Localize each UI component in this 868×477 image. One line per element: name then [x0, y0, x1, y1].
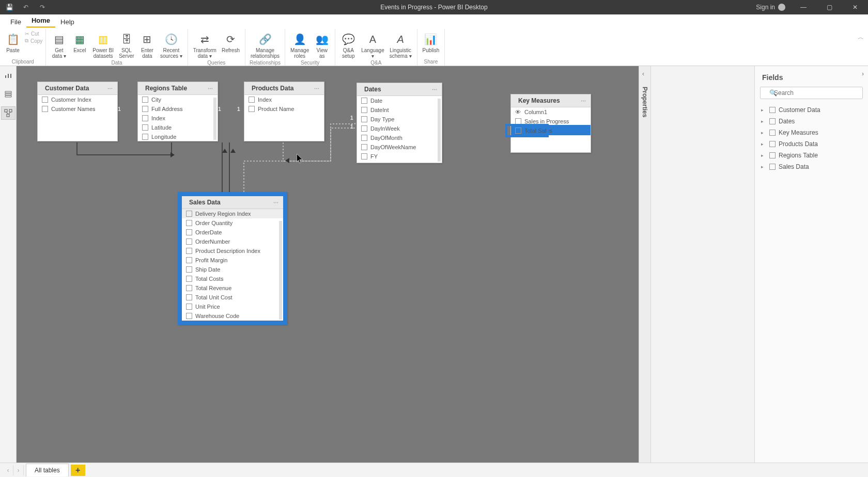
data-view-button[interactable] [1, 88, 16, 101]
field-row[interactable]: Longitude [138, 132, 218, 141]
field-row[interactable]: OrderDate [182, 228, 283, 237]
paste-button[interactable]: 📋 Paste [3, 31, 23, 54]
scrollbar[interactable] [279, 221, 282, 320]
field-row[interactable]: Day Type [357, 115, 442, 124]
tab-nav-prev[interactable]: ‹ [3, 465, 13, 475]
sqlserver-button[interactable]: 🗄SQL Server [117, 31, 136, 60]
field-row[interactable]: Total Revenue [182, 283, 283, 293]
refresh-button[interactable]: ⟳Refresh [220, 31, 242, 54]
save-icon[interactable]: 💾 [5, 3, 13, 11]
language-button[interactable]: ALanguage ▾ [359, 31, 386, 60]
field-row[interactable]: Unit Price [182, 302, 283, 311]
table-options-icon[interactable]: ⋯ [581, 98, 586, 104]
linguistic-button[interactable]: ALinguistic schema ▾ [388, 31, 414, 60]
table-options-icon[interactable]: ⋯ [273, 200, 279, 205]
fields-table-item[interactable]: ▸Products Data [759, 138, 864, 150]
report-view-button[interactable] [1, 69, 16, 83]
field-row[interactable]: Order Quantity [182, 218, 283, 228]
minimize-button[interactable]: — [796, 2, 811, 12]
table-options-icon[interactable]: ⋯ [208, 86, 213, 91]
field-row[interactable]: City [138, 95, 218, 104]
field-row-total-sales[interactable]: Total Sales [511, 126, 591, 135]
field-row[interactable]: Index [244, 95, 324, 104]
field-row[interactable]: Customer Names [38, 104, 117, 114]
table-customer-data[interactable]: Customer Data⋯ Customer Index Customer N… [37, 82, 118, 141]
field-row[interactable]: Warehouse Code [182, 311, 283, 321]
signin-button[interactable]: Sign in [756, 4, 785, 11]
group-label-qa: Q&A [370, 60, 381, 66]
getdata-button[interactable]: ▤Get data ▾ [49, 31, 69, 60]
field-row[interactable]: FY [357, 152, 442, 161]
recentsources-button[interactable]: 🕓Recent sources ▾ [158, 31, 184, 60]
scrollbar[interactable] [213, 98, 216, 140]
manage-relationships-button[interactable]: 🔗Manage relationships [249, 31, 282, 60]
ribbon-group-share: 📊Publish Share [417, 29, 445, 66]
field-row[interactable]: DayInWeek [357, 124, 442, 133]
qasetup-button[interactable]: 💬Q&A setup [338, 31, 358, 60]
field-row[interactable]: Index [138, 114, 218, 123]
enterdata-button[interactable]: ⊞Enter data [137, 31, 157, 60]
field-row[interactable]: Profit Margin [182, 256, 283, 265]
manage-roles-button[interactable]: 👤Manage roles [288, 31, 311, 60]
field-row[interactable]: DateInt [357, 105, 442, 115]
fields-table-item[interactable]: ▸Sales Data [759, 161, 864, 172]
field-row[interactable]: DayOfWeekName [357, 142, 442, 152]
group-label-data: Data [111, 60, 122, 66]
view-as-button[interactable]: 👥View as [312, 31, 332, 60]
field-row[interactable]: Total Unit Cost [182, 293, 283, 302]
maximize-button[interactable]: ▢ [822, 2, 837, 12]
cut-button[interactable]: ✂Cut [25, 31, 42, 37]
field-row[interactable]: Product Name [244, 104, 324, 114]
table-options-icon[interactable]: ⋯ [432, 87, 438, 92]
page-tab-alltables[interactable]: All tables [26, 464, 69, 476]
field-row[interactable]: 👁Column1 [511, 107, 591, 117]
chevron-right-icon: ▸ [761, 107, 766, 113]
menu-file[interactable]: File [5, 15, 26, 28]
model-canvas[interactable]: 1 1 1 1 1 Customer Data⋯ Customer Index … [17, 66, 639, 463]
field-row[interactable]: Total Costs [182, 274, 283, 283]
field-row[interactable]: Latitude [138, 123, 218, 132]
redo-icon[interactable]: ↷ [38, 3, 47, 11]
field-row[interactable]: Product Description Index [182, 246, 283, 256]
scrollbar[interactable] [438, 99, 441, 162]
tab-nav-next[interactable]: › [13, 465, 24, 475]
undo-icon[interactable]: ↶ [22, 3, 30, 11]
field-row[interactable]: DayOfMonth [357, 133, 442, 142]
table-keymeasures[interactable]: Key Measures⋯ 👁Column1 Sales in Progress… [510, 94, 591, 153]
field-row[interactable]: Sales in Progress [511, 117, 591, 126]
model-view-button[interactable] [1, 106, 16, 120]
field-row[interactable]: Full Address [138, 104, 218, 114]
table-regions[interactable]: Regions Table⋯ City Full Address Index L… [137, 82, 218, 141]
fields-table-item[interactable]: ▸Key Measures [759, 127, 864, 138]
fields-table-item[interactable]: ▸Customer Data [759, 104, 864, 116]
menu-help[interactable]: Help [55, 15, 80, 28]
field-row[interactable]: Customer Index [38, 95, 117, 104]
close-button[interactable]: ✕ [847, 2, 863, 12]
field-icon [186, 266, 192, 273]
publish-button[interactable]: 📊Publish [421, 31, 442, 54]
table-sales-data[interactable]: Sales Data⋯ Delivery Region Index Order … [178, 192, 287, 325]
pbidatasets-button[interactable]: ▥Power BI datasets [90, 31, 116, 60]
field-row[interactable]: Ship Date [182, 265, 283, 274]
table-dates[interactable]: Dates⋯ Date DateInt Day Type DayInWeek D… [357, 83, 442, 163]
field-row[interactable]: OrderNumber [182, 237, 283, 246]
field-row[interactable]: Delivery Region Index [182, 209, 283, 218]
chevron-right-icon[interactable]: › [862, 70, 864, 77]
menu-home[interactable]: Home [26, 14, 55, 28]
table-icon [769, 107, 776, 113]
table-options-icon[interactable]: ⋯ [107, 86, 113, 91]
chevron-left-icon[interactable]: ‹ [642, 70, 644, 77]
transformdata-button[interactable]: ⇄Transform data ▾ [191, 31, 219, 60]
add-page-button[interactable]: + [71, 465, 85, 476]
properties-pane-collapsed[interactable]: ‹ Properties [639, 66, 651, 463]
table-options-icon[interactable]: ⋯ [314, 86, 320, 91]
field-row[interactable]: Date [357, 96, 442, 105]
ribbon-collapse-icon[interactable]: ︿ [858, 29, 868, 66]
fields-search-input[interactable] [760, 87, 863, 99]
fields-table-item[interactable]: ▸Dates [759, 116, 864, 127]
copy-button[interactable]: ⧉Copy [25, 38, 42, 44]
fields-table-item[interactable]: ▸Regions Table [759, 150, 864, 161]
cardinality-one: 1 [237, 106, 240, 112]
table-products[interactable]: Products Data⋯ Index Product Name [244, 82, 324, 141]
excel-button[interactable]: ▦Excel [70, 31, 89, 54]
